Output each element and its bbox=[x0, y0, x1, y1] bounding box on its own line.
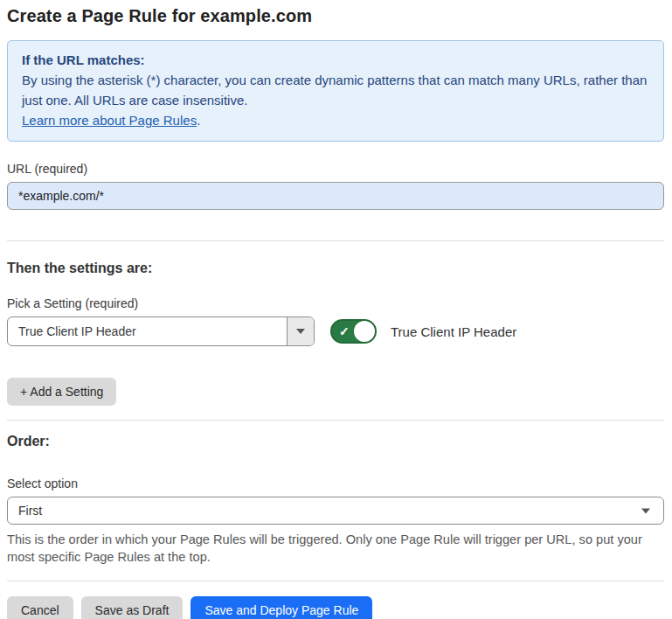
order-select[interactable]: First bbox=[7, 497, 664, 525]
check-icon: ✓ bbox=[339, 325, 350, 337]
order-section-heading: Order: bbox=[7, 434, 664, 449]
setting-select-value: True Client IP Header bbox=[8, 317, 287, 345]
divider bbox=[7, 420, 664, 421]
info-link-line: Learn more about Page Rules. bbox=[22, 110, 649, 130]
link-suffix: . bbox=[197, 113, 200, 128]
order-help-text: This is the order in which your Page Rul… bbox=[7, 531, 664, 566]
page-title: Create a Page Rule for example.com bbox=[7, 6, 664, 26]
learn-more-link[interactable]: Learn more about Page Rules bbox=[22, 113, 197, 128]
url-field-label: URL (required) bbox=[7, 162, 664, 176]
divider bbox=[7, 581, 664, 581]
chevron-down-icon bbox=[296, 329, 305, 334]
setting-row: True Client IP Header ✓ True Client IP H… bbox=[7, 316, 664, 346]
true-client-ip-toggle[interactable]: ✓ bbox=[330, 319, 377, 344]
setting-picker-label: Pick a Setting (required) bbox=[7, 296, 664, 310]
setting-select[interactable]: True Client IP Header bbox=[7, 316, 315, 346]
info-box-body: By using the asterisk (*) character, you… bbox=[22, 70, 649, 110]
settings-section-heading: Then the settings are: bbox=[7, 261, 664, 276]
url-input[interactable] bbox=[7, 182, 664, 210]
setting-toggle-wrap: ✓ True Client IP Header bbox=[330, 319, 516, 344]
toggle-label: True Client IP Header bbox=[391, 324, 516, 339]
save-as-draft-button[interactable]: Save as Draft bbox=[81, 596, 184, 619]
divider bbox=[7, 240, 664, 241]
add-setting-button[interactable]: + Add a Setting bbox=[7, 378, 116, 406]
save-and-deploy-button[interactable]: Save and Deploy Page Rule bbox=[191, 596, 372, 619]
setting-select-arrow[interactable] bbox=[287, 317, 314, 345]
order-select-label: Select option bbox=[7, 476, 664, 490]
create-page-rule-form: Create a Page Rule for example.com If th… bbox=[0, 0, 672, 619]
info-box-heading: If the URL matches: bbox=[22, 50, 649, 70]
url-match-info-box: If the URL matches: By using the asteris… bbox=[7, 40, 664, 142]
footer-actions: Cancel Save as Draft Save and Deploy Pag… bbox=[7, 596, 664, 619]
order-select-value: First bbox=[18, 504, 42, 518]
chevron-down-icon bbox=[641, 509, 650, 514]
cancel-button[interactable]: Cancel bbox=[7, 596, 73, 619]
toggle-knob bbox=[354, 321, 375, 342]
